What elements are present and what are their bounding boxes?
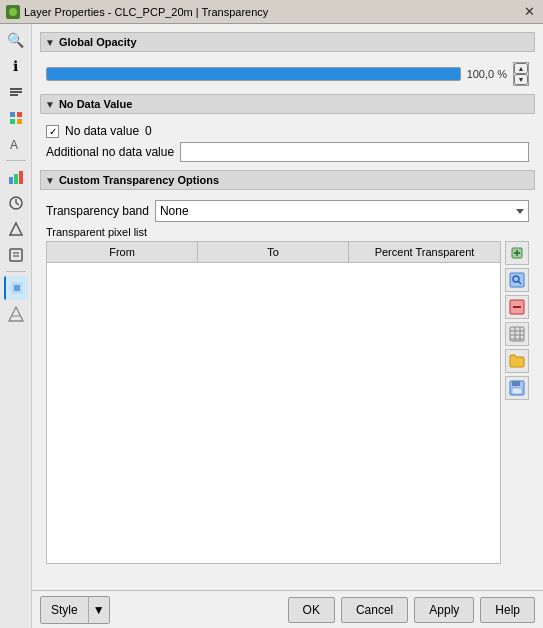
svg-rect-16 (10, 249, 22, 261)
no-data-checkbox-label: No data value (65, 124, 139, 138)
pixel-table: From To Percent Transparent (46, 241, 501, 564)
svg-rect-11 (19, 171, 23, 184)
sidebar-metadata-btn[interactable] (4, 243, 28, 267)
close-button[interactable]: ✕ (522, 4, 537, 19)
opacity-spin-down[interactable]: ▼ (514, 74, 528, 85)
svg-rect-10 (14, 174, 18, 184)
sidebar-rendering-btn[interactable] (4, 165, 28, 189)
no-data-header[interactable]: ▼ No Data Value (40, 94, 535, 114)
style-group: Style ▼ (40, 596, 110, 624)
zoom-to-row-button[interactable] (505, 268, 529, 292)
additional-label: Additional no data value (46, 145, 174, 159)
pixel-table-header: From To Percent Transparent (47, 242, 500, 263)
bottom-left: Style ▼ (40, 596, 110, 624)
panel: ▼ Global Opacity 100,0 % ▲ ▼ ▼ No Data V… (32, 24, 543, 590)
bottom-right: OK Cancel Apply Help (288, 597, 535, 623)
svg-text:A: A (10, 138, 18, 152)
sidebar-search-btn[interactable]: 🔍 (4, 28, 28, 52)
opacity-row: 100,0 % ▲ ▼ (46, 62, 529, 86)
svg-rect-20 (14, 285, 20, 291)
sidebar-symbology-btn[interactable] (4, 106, 28, 130)
open-file-button[interactable] (505, 349, 529, 373)
svg-rect-26 (510, 273, 524, 287)
additional-row: Additional no data value (46, 142, 529, 162)
additional-input[interactable] (180, 142, 529, 162)
custom-transparency-body: Transparency band None Transparent pixel… (40, 196, 535, 572)
svg-point-0 (9, 8, 17, 16)
style-dropdown-arrow: ▼ (93, 603, 105, 617)
no-data-label: No Data Value (59, 98, 132, 110)
pixel-list-label: Transparent pixel list (46, 226, 529, 238)
svg-rect-39 (512, 388, 522, 394)
custom-transparency-label: Custom Transparency Options (59, 174, 219, 186)
content-area: ▼ Global Opacity 100,0 % ▲ ▼ ▼ No Data V… (32, 24, 543, 628)
bottom-bar: Style ▼ OK Cancel Apply Help (32, 590, 543, 628)
help-button[interactable]: Help (480, 597, 535, 623)
add-row-button[interactable] (505, 241, 529, 265)
global-opacity-label: Global Opacity (59, 36, 137, 48)
sidebar-info-btn[interactable]: ℹ (4, 54, 28, 78)
band-label: Transparency band (46, 204, 149, 218)
no-data-arrow: ▼ (45, 99, 55, 110)
custom-transparency-arrow: ▼ (45, 175, 55, 186)
no-data-value-display: 0 (145, 124, 152, 138)
global-opacity-body: 100,0 % ▲ ▼ (40, 58, 535, 94)
sidebar-sep-1 (6, 160, 26, 161)
title-bar: Layer Properties - CLC_PCP_20m | Transpa… (0, 0, 543, 24)
band-row: Transparency band None (46, 200, 529, 222)
save-button[interactable] (505, 376, 529, 400)
checkbox-check-icon: ✓ (49, 126, 57, 137)
band-select[interactable]: None (155, 200, 529, 222)
sidebar-pyramids-btn[interactable] (4, 302, 28, 326)
apply-button[interactable]: Apply (414, 597, 474, 623)
sidebar: 🔍 ℹ A (0, 24, 32, 628)
sidebar-labels-btn[interactable]: A (4, 132, 28, 156)
window-title: Layer Properties - CLC_PCP_20m | Transpa… (24, 6, 268, 18)
global-opacity-arrow: ▼ (45, 37, 55, 48)
sidebar-transparency-btn[interactable] (4, 276, 28, 300)
svg-rect-3 (10, 94, 18, 96)
svg-rect-7 (17, 119, 22, 124)
no-data-checkbox[interactable]: ✓ (46, 125, 59, 138)
remove-row-button[interactable] (505, 295, 529, 319)
opacity-slider[interactable] (46, 67, 461, 81)
svg-rect-38 (512, 381, 520, 386)
no-data-row: ✓ No data value 0 (46, 124, 529, 138)
pixel-table-body (47, 263, 500, 563)
sidebar-source-btn[interactable] (4, 80, 28, 104)
opacity-spin-up[interactable]: ▲ (514, 63, 528, 74)
pixel-table-actions (505, 241, 529, 564)
svg-rect-6 (10, 119, 15, 124)
col-from: From (47, 242, 198, 262)
style-button[interactable]: Style (41, 597, 88, 623)
app-icon (6, 5, 20, 19)
sidebar-temporal-btn[interactable] (4, 191, 28, 215)
global-opacity-header[interactable]: ▼ Global Opacity (40, 32, 535, 52)
col-percent: Percent Transparent (349, 242, 500, 262)
svg-rect-1 (10, 88, 22, 90)
style-dropdown-button[interactable]: ▼ (88, 597, 109, 623)
table-button[interactable] (505, 322, 529, 346)
svg-rect-4 (10, 112, 15, 117)
no-data-body: ✓ No data value 0 Additional no data val… (40, 120, 535, 170)
col-to: To (198, 242, 349, 262)
pixel-table-wrap: From To Percent Transparent (46, 241, 529, 564)
svg-line-14 (16, 203, 19, 205)
ok-button[interactable]: OK (288, 597, 335, 623)
custom-transparency-header[interactable]: ▼ Custom Transparency Options (40, 170, 535, 190)
svg-marker-21 (9, 307, 23, 321)
cancel-button[interactable]: Cancel (341, 597, 408, 623)
opacity-value: 100,0 % (467, 68, 507, 80)
svg-rect-5 (17, 112, 22, 117)
svg-rect-2 (10, 91, 22, 93)
svg-marker-15 (10, 223, 22, 235)
sidebar-elevation-btn[interactable] (4, 217, 28, 241)
svg-rect-9 (9, 177, 13, 184)
sidebar-sep-2 (6, 271, 26, 272)
